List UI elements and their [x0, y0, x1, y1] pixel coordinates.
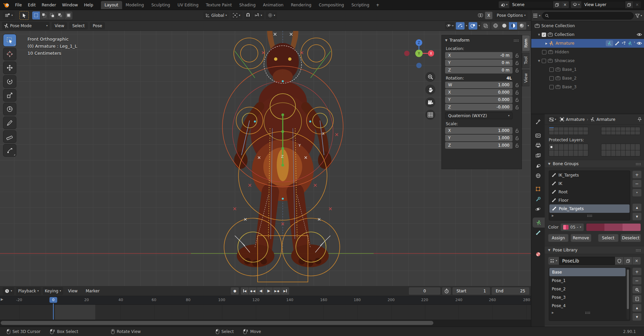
proportional-edit-dropdown[interactable]: ▾ — [266, 11, 277, 19]
outliner-row-armature[interactable]: ▶ Armature ' — [531, 39, 644, 48]
pose-item[interactable]: Pose_4 — [549, 301, 626, 310]
deselect-button[interactable]: Deselect — [621, 234, 641, 242]
tab-rendering[interactable]: Rendering — [287, 1, 315, 9]
bone-group-item[interactable]: Floor — [549, 196, 630, 204]
viewlayer-browse-button[interactable]: ▾ — [571, 1, 582, 8]
ptab-object[interactable] — [531, 184, 545, 194]
lock-icon[interactable] — [515, 98, 519, 102]
collection-checkbox[interactable] — [549, 85, 554, 89]
scale-x-field[interactable]: X1.000 — [445, 127, 513, 134]
gizmos-dropdown[interactable]: ▾ — [466, 25, 467, 27]
pose-list-scrollbar[interactable] — [627, 269, 629, 320]
prev-keyframe-button[interactable]: ◆◀ — [249, 287, 257, 295]
auto-keyframe-button[interactable]: ● — [231, 287, 239, 295]
eye-icon[interactable] — [637, 42, 642, 45]
transform-panel-header[interactable]: ▼ Transform — [445, 37, 519, 44]
current-frame-indicator[interactable]: 0 — [50, 297, 57, 303]
poselib-unlink-button[interactable]: × — [632, 257, 641, 265]
properties-editor-type-button[interactable]: ▾ — [547, 116, 558, 123]
ptab-physics[interactable] — [531, 204, 545, 214]
tab-uv-editing[interactable]: UV Editing — [174, 1, 202, 9]
bone-group-specials-button[interactable]: ▾ — [632, 189, 642, 197]
search-input[interactable] — [550, 13, 631, 18]
ptab-render[interactable] — [531, 130, 545, 140]
vp-menu-view[interactable]: View — [52, 22, 67, 30]
menu-window[interactable]: Window — [59, 1, 81, 9]
visibility-dropdown[interactable]: ▾ — [445, 22, 454, 30]
lock-icon[interactable] — [515, 90, 519, 95]
scale-z-field[interactable]: Z1.000 — [445, 142, 513, 149]
ptab-constraints[interactable] — [531, 194, 545, 204]
add-bone-group-button[interactable]: + — [632, 171, 642, 179]
bone-group-item[interactable]: IK_Targets — [549, 171, 630, 179]
panel-grip[interactable] — [514, 39, 519, 42]
keying-menu[interactable]: Keying▾ — [43, 287, 63, 295]
location-x-field[interactable]: X-0 m — [445, 52, 513, 59]
list-filter-expand[interactable]: ▶ — [552, 214, 554, 217]
remove-bone-group-button[interactable]: − — [632, 180, 642, 188]
color-normal-swatch[interactable] — [586, 224, 604, 231]
layers-grid-left[interactable] — [549, 127, 588, 135]
outliner-filter-button[interactable]: ▾ — [635, 14, 642, 18]
ptab-world[interactable] — [531, 171, 545, 181]
eye-icon[interactable] — [637, 33, 642, 36]
select-mode-set[interactable] — [32, 11, 40, 19]
outliner-row-showcase[interactable]: ▼ Showcase — [531, 56, 644, 65]
collection-checkbox[interactable] — [542, 50, 546, 54]
poselib-name-field[interactable] — [559, 257, 615, 265]
snap-toggle[interactable] — [244, 11, 252, 19]
next-keyframe-button[interactable]: ▶◆ — [273, 287, 281, 295]
current-frame-field[interactable]: 0 — [409, 287, 440, 295]
snap-settings-dropdown[interactable]: ▾ — [253, 11, 264, 19]
timeline-marker-menu[interactable]: Marker — [83, 287, 102, 295]
pose-item[interactable]: Pose_1 — [549, 276, 626, 285]
play-reverse-button[interactable]: ◀ — [257, 287, 265, 295]
disclosure-triangle[interactable]: ▼ — [538, 59, 540, 62]
rotation-z-field[interactable]: Z-0.000 — [445, 104, 513, 110]
remove-button[interactable]: Remove — [571, 234, 591, 242]
tool-measure[interactable] — [3, 131, 16, 143]
pose-item[interactable]: Pose_2 — [549, 285, 626, 293]
viewlayer-name-field[interactable] — [582, 1, 625, 8]
shading-material-preview-button[interactable] — [509, 22, 518, 30]
tab-compositing[interactable]: Compositing — [315, 1, 347, 9]
perspective-toggle-button[interactable] — [425, 110, 435, 120]
select-button[interactable]: Select — [598, 234, 619, 242]
shading-wireframe-button[interactable] — [491, 22, 500, 30]
gizmos-toggle[interactable] — [456, 22, 465, 30]
camera-view-button[interactable] — [425, 97, 435, 107]
list-resize-grip[interactable] — [587, 214, 592, 217]
rotation-mode-dropdown[interactable]: Quaternion (WXYZ) ▾ — [445, 112, 513, 119]
color-active-swatch[interactable] — [623, 224, 641, 231]
scene-browse-button[interactable]: ▾ — [498, 1, 509, 8]
tool-cursor[interactable] — [3, 48, 16, 60]
rotation-x-field[interactable]: X0.000 — [445, 89, 513, 96]
list-resize-grip[interactable] — [585, 311, 590, 314]
lock-icon[interactable] — [515, 129, 519, 133]
collection-checkbox[interactable] — [542, 59, 546, 63]
protected-grid-right[interactable] — [601, 144, 641, 156]
bone-group-item-selected[interactable]: Pole_Targets — [549, 204, 630, 213]
timeline-tracks[interactable] — [0, 305, 531, 320]
add-pose-button[interactable]: + — [632, 268, 642, 276]
move-group-down-button[interactable]: ▼ — [632, 212, 642, 221]
color-select-swatch[interactable] — [604, 224, 623, 231]
protected-grid-left[interactable] — [549, 144, 588, 156]
tab-animation[interactable]: Animation — [259, 1, 287, 9]
ptab-bone[interactable] — [531, 228, 545, 238]
tab-layout[interactable]: Layout — [101, 1, 122, 9]
bone-data-icon[interactable] — [615, 41, 620, 46]
poselib-browse-button[interactable]: ▾ — [548, 257, 559, 265]
tool-scale[interactable] — [3, 89, 16, 101]
overlays-dropdown[interactable]: ▾ — [479, 25, 480, 27]
location-z-field[interactable]: Z0 m — [445, 67, 513, 74]
pose-item[interactable]: Pose_3 — [549, 293, 626, 301]
outliner-row-base1[interactable]: Base_1 — [531, 65, 644, 74]
breadcrumb-object[interactable]: Armature — [560, 117, 585, 122]
remove-pose-button[interactable]: − — [632, 277, 642, 285]
tab-modeling[interactable]: Modeling — [122, 1, 148, 9]
scene-name-field[interactable] — [509, 1, 553, 8]
fake-user-shield-button[interactable] — [615, 257, 624, 265]
menu-file[interactable]: File — [12, 1, 25, 9]
bone-groups-panel-header[interactable]: ▼ Bone Groups — [545, 160, 644, 168]
